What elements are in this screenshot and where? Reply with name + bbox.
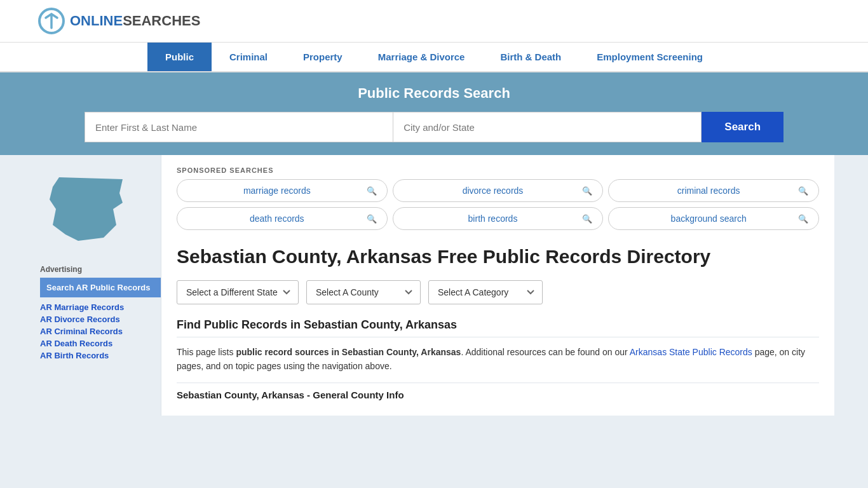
logo-icon: [38, 8, 65, 34]
sidebar-link-death[interactable]: AR Death Records: [40, 339, 161, 348]
ar-state-link[interactable]: Arkansas State Public Records: [630, 347, 752, 357]
state-map: [40, 168, 161, 252]
search-section: Public Records Search Search: [0, 72, 868, 155]
search-icon-2: 🔍: [582, 186, 592, 196]
search-icon-5: 🔍: [582, 214, 592, 224]
ad-label: Advertising: [40, 265, 161, 274]
main-nav: Public Criminal Property Marriage & Divo…: [0, 43, 868, 72]
description: This page lists public record sources in…: [177, 345, 819, 374]
sidebar: Advertising Search AR Public Records AR …: [34, 155, 161, 416]
sponsored-item-background[interactable]: background search 🔍: [608, 207, 819, 230]
svg-marker-1: [50, 177, 123, 241]
dropdowns-row: Select a Different State Select A County…: [177, 280, 819, 304]
state-dropdown[interactable]: Select a Different State: [177, 280, 299, 304]
sidebar-link-birth[interactable]: AR Birth Records: [40, 351, 161, 360]
sponsored-item-divorce[interactable]: divorce records 🔍: [393, 179, 604, 202]
sponsored-item-death[interactable]: death records 🔍: [177, 207, 388, 230]
main-content: Advertising Search AR Public Records AR …: [34, 155, 834, 416]
ad-box[interactable]: Search AR Public Records: [40, 278, 161, 297]
search-bar: Search: [85, 112, 783, 142]
nav-item-public[interactable]: Public: [147, 43, 212, 71]
city-input[interactable]: [393, 112, 702, 142]
sponsored-grid: marriage records 🔍 divorce records 🔍 cri…: [177, 179, 819, 230]
name-input[interactable]: [85, 112, 393, 142]
sponsored-item-marriage[interactable]: marriage records 🔍: [177, 179, 388, 202]
search-section-title: Public Records Search: [38, 85, 830, 102]
search-icon-4: 🔍: [367, 214, 377, 224]
sidebar-link-divorce[interactable]: AR Divorce Records: [40, 315, 161, 324]
find-heading: Find Public Records in Sebastian County,…: [177, 318, 819, 337]
nav-item-marriage-divorce[interactable]: Marriage & Divorce: [360, 43, 483, 71]
county-info-heading: Sebastian County, Arkansas - General Cou…: [177, 383, 819, 400]
search-icon-3: 🔍: [798, 186, 808, 196]
sponsored-label: SPONSORED SEARCHES: [177, 166, 819, 174]
nav-item-birth-death[interactable]: Birth & Death: [482, 43, 579, 71]
page-title: Sebastian County, Arkansas Free Public R…: [177, 244, 819, 269]
search-icon-6: 🔍: [798, 214, 808, 224]
nav-item-property[interactable]: Property: [285, 43, 360, 71]
content-area: SPONSORED SEARCHES marriage records 🔍 di…: [161, 155, 834, 416]
nav-item-employment[interactable]: Employment Screening: [579, 43, 721, 71]
header: ONLINESEARCHES: [0, 0, 868, 43]
sidebar-link-criminal[interactable]: AR Criminal Records: [40, 327, 161, 336]
search-button[interactable]: Search: [702, 112, 783, 142]
sponsored-item-birth[interactable]: birth records 🔍: [393, 207, 604, 230]
search-icon-1: 🔍: [367, 186, 377, 196]
category-dropdown[interactable]: Select A Category: [428, 280, 543, 304]
nav-item-criminal[interactable]: Criminal: [212, 43, 285, 71]
county-dropdown[interactable]: Select A County: [306, 280, 421, 304]
logo: ONLINESEARCHES: [38, 8, 200, 34]
sidebar-link-marriage[interactable]: AR Marriage Records: [40, 302, 161, 312]
sidebar-links: AR Marriage Records AR Divorce Records A…: [40, 302, 161, 360]
logo-text: ONLINESEARCHES: [70, 13, 200, 29]
sponsored-item-criminal[interactable]: criminal records 🔍: [608, 179, 819, 202]
